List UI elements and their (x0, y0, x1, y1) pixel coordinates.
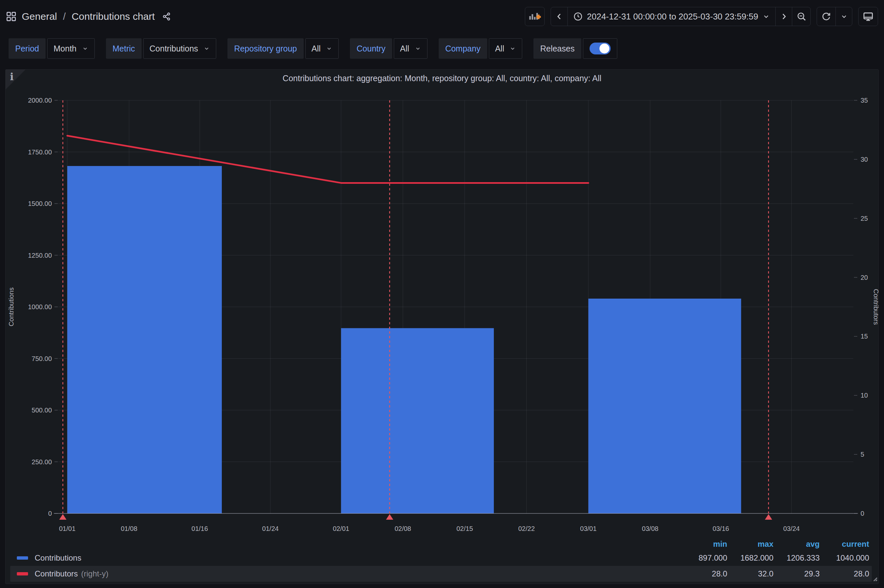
svg-text:01/08: 01/08 (121, 525, 137, 532)
period-label: Period (9, 38, 45, 59)
svg-text:1750.00: 1750.00 (28, 148, 52, 156)
chevron-left-icon (554, 12, 564, 21)
add-panel-icon (528, 12, 541, 21)
svg-text:25: 25 (861, 215, 868, 222)
variable-period: Period Month (9, 38, 95, 59)
legend-series-name[interactable]: Contributors (35, 569, 78, 578)
add-panel-button[interactable] (525, 7, 545, 26)
legend-stat-header-min[interactable]: min (681, 540, 727, 549)
svg-text:03/08: 03/08 (642, 525, 659, 532)
svg-text:02/08: 02/08 (395, 525, 411, 532)
refresh-icon (821, 12, 831, 21)
chart-legend: min max avg current Contributions 897.00… (10, 538, 872, 582)
chevron-down-icon (326, 45, 332, 52)
releases-toggle[interactable] (583, 38, 617, 59)
svg-text:0: 0 (861, 510, 864, 517)
clock-icon (573, 12, 583, 21)
release-marker-triangle (765, 514, 772, 520)
chevron-down-icon (203, 45, 210, 52)
svg-text:02/15: 02/15 (456, 525, 473, 532)
legend-stat-header-max[interactable]: max (727, 540, 773, 549)
toolbar-right: 2024-12-31 00:00:00 to 2025-03-30 23:59:… (525, 7, 878, 26)
refresh-interval-dropdown[interactable] (836, 7, 852, 26)
chevron-down-icon (509, 45, 516, 52)
time-range-picker[interactable]: 2024-12-31 00:00:00 to 2025-03-30 23:59:… (567, 7, 775, 26)
country-value: All (400, 44, 409, 54)
time-shift-forward-button[interactable] (775, 7, 792, 26)
chevron-down-icon (840, 12, 848, 21)
metric-value: Contributions (150, 44, 198, 54)
legend-stat-avg: 29.3 (773, 569, 819, 578)
legend-series-name[interactable]: Contributions (35, 554, 81, 562)
release-marker-triangle (59, 514, 66, 520)
repository-group-dropdown[interactable]: All (305, 38, 339, 59)
svg-text:01/16: 01/16 (191, 525, 208, 532)
svg-text:03/16: 03/16 (713, 525, 729, 532)
metric-dropdown[interactable]: Contributions (143, 38, 216, 59)
top-nav-bar: General / Contributions chart (0, 0, 884, 33)
left-axis-title: Contributions (8, 287, 15, 326)
refresh-button[interactable] (817, 7, 836, 26)
right-axis-ticks: 35302520151050 (854, 97, 868, 517)
svg-text:750.00: 750.00 (32, 355, 52, 362)
breadcrumb: General / Contributions chart (6, 11, 171, 22)
dashboard-variables-row: Period Month Metric Contributions Reposi… (0, 33, 884, 64)
breadcrumb-section[interactable]: General (22, 11, 57, 22)
repository-group-label: Repository group (227, 38, 303, 59)
time-shift-back-button[interactable] (551, 7, 567, 26)
zoom-out-button[interactable] (792, 7, 810, 26)
legend-row-contributions: Contributions 897.000 1682.000 1206.333 … (10, 550, 872, 566)
time-range-controls: 2024-12-31 00:00:00 to 2025-03-30 23:59:… (551, 7, 811, 26)
svg-text:2000.00: 2000.00 (28, 97, 52, 104)
svg-text:30: 30 (861, 156, 868, 163)
legend-stat-max: 32.0 (727, 569, 773, 578)
variable-metric: Metric Contributions (106, 38, 216, 59)
panel-resize-handle[interactable] (871, 575, 878, 583)
svg-text:03/24: 03/24 (783, 525, 800, 532)
legend-row-contributors: Contributors (right-y) 28.0 32.0 29.3 28… (10, 566, 872, 582)
timeseries-chart: 2000.001750.001500.001250.001000.00750.0… (6, 87, 879, 536)
chevron-down-icon (762, 12, 770, 21)
series-swatch-contributors (17, 572, 28, 576)
variable-releases: Releases (533, 38, 617, 59)
svg-text:20: 20 (861, 274, 868, 281)
zoom-out-icon (796, 11, 807, 22)
period-value: Month (54, 44, 76, 54)
variable-repository-group: Repository group All (227, 38, 339, 59)
svg-text:500.00: 500.00 (32, 406, 52, 414)
time-range-text: 2024-12-31 00:00:00 to 2025-03-30 23:59:… (587, 12, 758, 22)
legend-stat-header-current[interactable]: current (819, 540, 869, 549)
svg-text:02/01: 02/01 (333, 525, 349, 532)
release-marker-triangle (386, 514, 393, 520)
variable-country: Country All (350, 38, 427, 59)
country-dropdown[interactable]: All (394, 38, 428, 59)
dashboard-root: General / Contributions chart (0, 0, 884, 588)
legend-stat-min: 28.0 (681, 569, 727, 578)
legend-series-axis-note: (right-y) (81, 569, 109, 578)
svg-text:1500.00: 1500.00 (28, 200, 52, 207)
legend-stat-min: 897.000 (681, 554, 727, 562)
bar-january (68, 166, 222, 513)
svg-text:15: 15 (861, 333, 868, 340)
company-dropdown[interactable]: All (489, 38, 522, 59)
legend-stat-max: 1682.000 (727, 554, 773, 562)
chevron-down-icon (414, 45, 421, 52)
share-icon[interactable] (162, 12, 171, 21)
chevron-down-icon (82, 45, 89, 52)
contributions-chart-panel: i Contributions chart: aggregation: Mont… (5, 69, 879, 584)
dashboards-grid-icon[interactable] (6, 11, 17, 22)
company-label: Company (439, 38, 487, 59)
right-axis-title: Contributors (872, 289, 879, 325)
breadcrumb-separator: / (63, 11, 66, 22)
svg-text:10: 10 (861, 392, 868, 399)
period-dropdown[interactable]: Month (47, 38, 95, 59)
kiosk-mode-button[interactable] (858, 7, 878, 26)
toggle-pill (590, 43, 611, 54)
x-axis-ticks: 01/0101/0801/1601/2402/0102/0802/1502/22… (59, 525, 800, 532)
legend-stat-current: 28.0 (819, 569, 869, 578)
country-label: Country (350, 38, 392, 59)
metric-label: Metric (106, 38, 142, 59)
bar-february (341, 328, 494, 513)
panel-title[interactable]: Contributions chart: aggregation: Month,… (6, 74, 878, 83)
legend-stat-header-avg[interactable]: avg (773, 540, 819, 549)
